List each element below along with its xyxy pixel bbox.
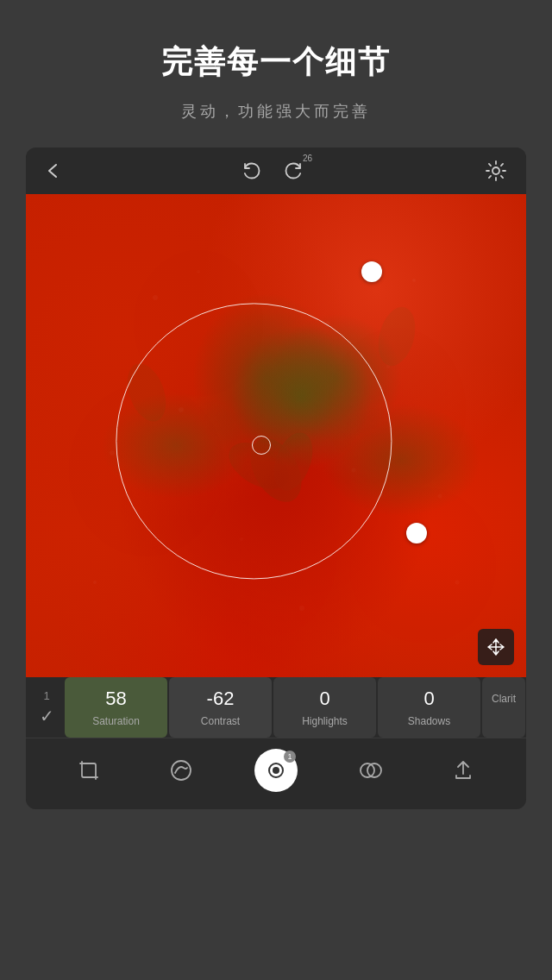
- filter-center-button[interactable]: 1: [254, 749, 298, 792]
- handle-top-right[interactable]: [361, 261, 382, 282]
- highlights-value: 0: [319, 688, 329, 710]
- bottom-nav: 1: [26, 738, 526, 809]
- svg-point-24: [172, 761, 191, 780]
- sub-title: 灵动，功能强大而完善: [17, 101, 535, 122]
- clarity-label: Clarit: [492, 693, 516, 705]
- settings-button[interactable]: [485, 160, 507, 182]
- main-title: 完善每一个细节: [17, 41, 535, 84]
- redo-button[interactable]: 26: [283, 160, 304, 181]
- toolbar-right: [485, 160, 507, 182]
- highlights-label: Highlights: [302, 715, 348, 727]
- contrast-value: -62: [207, 688, 235, 710]
- saturation-slider[interactable]: 58 Saturation: [65, 677, 167, 738]
- handle-bottom-right[interactable]: [406, 523, 427, 543]
- center-handle[interactable]: [252, 436, 271, 455]
- shadows-label: Shadows: [408, 715, 450, 727]
- sliders-section: 1 ✓ 58 Saturation -62 Contrast 0 Highlig…: [26, 677, 526, 738]
- toolbar-center: 26: [242, 160, 304, 181]
- back-button[interactable]: [45, 161, 60, 180]
- toolbar-left: [45, 161, 60, 180]
- adjust-button[interactable]: [162, 751, 200, 789]
- image-container[interactable]: [26, 194, 526, 677]
- app-card: 26: [26, 148, 526, 809]
- share-button[interactable]: [444, 751, 482, 789]
- svg-point-26: [273, 767, 279, 774]
- check-number: 1: [43, 689, 49, 702]
- check-mark[interactable]: ✓: [40, 706, 54, 726]
- highlights-slider[interactable]: 0 Highlights: [273, 677, 376, 738]
- contrast-label: Contrast: [201, 715, 240, 727]
- svg-point-0: [492, 167, 499, 174]
- contrast-slider[interactable]: -62 Contrast: [169, 677, 272, 738]
- clarity-slider[interactable]: Clarit: [482, 677, 525, 738]
- overlay-button[interactable]: [352, 751, 390, 789]
- crop-button[interactable]: [70, 751, 108, 789]
- header-section: 完善每一个细节 灵动，功能强大而完善: [0, 0, 552, 148]
- undo-button[interactable]: [242, 160, 262, 181]
- saturation-value: 58: [105, 688, 126, 710]
- shadows-slider[interactable]: 0 Shadows: [378, 677, 480, 738]
- shadows-value: 0: [423, 688, 434, 710]
- saturation-label: Saturation: [92, 715, 140, 727]
- filter-badge: 1: [284, 751, 296, 763]
- toolbar: 26: [26, 148, 526, 194]
- move-button[interactable]: [478, 629, 514, 665]
- redo-count: 26: [303, 154, 312, 163]
- sliders-row: 58 Saturation -62 Contrast 0 Highlights …: [64, 677, 526, 738]
- move-icon: [486, 638, 505, 656]
- slider-check: 1 ✓: [26, 689, 64, 726]
